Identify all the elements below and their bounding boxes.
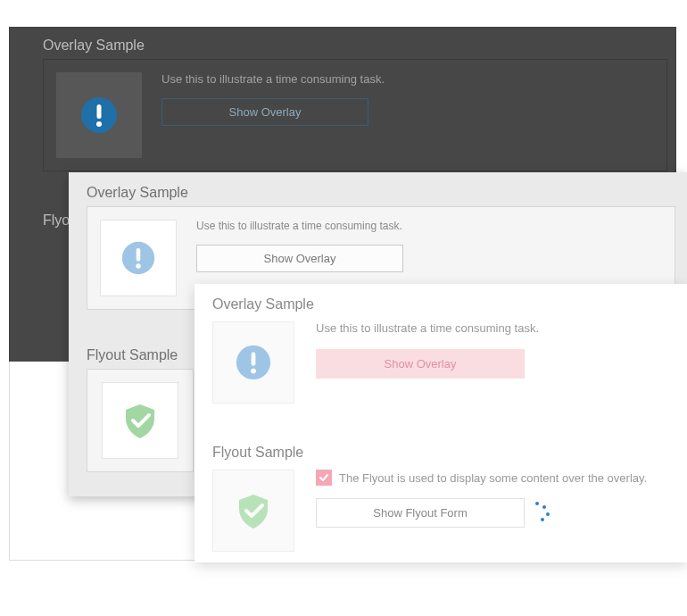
loading-spinner-icon xyxy=(532,500,553,521)
flyout-card-content: The Flyout is used to display some conte… xyxy=(316,470,676,528)
show-overlay-button[interactable]: Show Overlay xyxy=(161,98,368,126)
overlay-desc: Use this to illustrate a time consuming … xyxy=(196,220,662,232)
svg-point-2 xyxy=(96,121,102,127)
svg-rect-7 xyxy=(252,353,256,366)
white-flyout-panel: Overlay Sample Use this to illustrate a … xyxy=(195,284,687,562)
exclamation-thumb xyxy=(56,72,142,158)
flyout-checkbox[interactable] xyxy=(316,470,332,486)
flyout-sample-title: Flyout Sample xyxy=(195,432,687,461)
overlay-card: Use this to illustrate a time consuming … xyxy=(43,59,667,171)
shield-check-icon xyxy=(234,491,273,530)
flyout-card: The Flyout is used to display some conte… xyxy=(212,470,676,552)
overlay-desc: Use this to illustrate a time consuming … xyxy=(161,72,654,86)
overlay-card-content: Use this to illustrate a time consuming … xyxy=(161,72,654,158)
overlay-desc: Use this to illustrate a time consuming … xyxy=(316,321,676,335)
svg-rect-4 xyxy=(137,248,141,262)
shield-check-icon xyxy=(120,401,160,440)
exclamation-thumb xyxy=(212,321,294,404)
check-icon xyxy=(319,472,329,483)
overlay-card: Use this to illustrate a time consuming … xyxy=(212,321,676,404)
flyout-checkbox-row: The Flyout is used to display some conte… xyxy=(316,470,676,486)
flyout-checkbox-label: The Flyout is used to display some conte… xyxy=(339,471,647,485)
overlay-sample-title: Overlay Sample xyxy=(9,27,676,54)
overlay-sample-title: Overlay Sample xyxy=(69,172,687,201)
shield-thumb xyxy=(212,470,294,552)
show-flyout-form-button[interactable]: Show Flyout Form xyxy=(316,498,525,528)
exclamation-circle-icon xyxy=(120,240,156,276)
svg-rect-1 xyxy=(97,104,102,119)
overlay-card-content: Use this to illustrate a time consuming … xyxy=(316,321,676,404)
exclamation-circle-icon xyxy=(79,96,119,135)
svg-point-5 xyxy=(136,263,140,268)
show-overlay-button[interactable]: Show Overlay xyxy=(196,245,403,272)
overlay-sample-title: Overlay Sample xyxy=(195,284,687,312)
svg-point-8 xyxy=(251,369,256,374)
exclamation-thumb xyxy=(100,220,177,296)
exclamation-circle-icon xyxy=(235,344,272,381)
flyout-card xyxy=(87,369,194,472)
shield-thumb xyxy=(102,382,178,459)
show-overlay-button[interactable]: Show Overlay xyxy=(316,349,525,379)
